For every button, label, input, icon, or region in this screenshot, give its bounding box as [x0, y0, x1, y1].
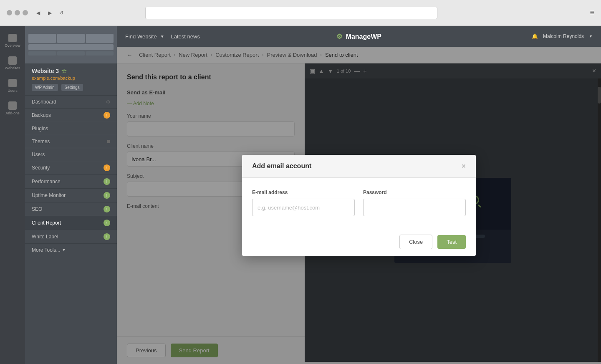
email-field[interactable]	[252, 199, 355, 216]
performance-label: Performance	[32, 179, 61, 185]
backups-label: Backups	[32, 112, 51, 118]
modal-form-row: E-mail address Password	[252, 190, 466, 216]
traffic-light-3	[23, 10, 28, 15]
user-chevron-icon: ▼	[589, 34, 593, 38]
thumb-block-3	[86, 34, 114, 43]
settings-badge[interactable]: Settings	[61, 84, 83, 91]
find-website-label: Find Website	[125, 33, 157, 40]
users-icon-label: Users	[8, 88, 18, 93]
more-tools[interactable]: More Tools... ▼	[25, 244, 117, 256]
managewp-logo: ⚙ ManageWP	[336, 33, 381, 40]
security-badge: !	[104, 164, 110, 171]
browser-nav: ◀ ▶ ↺	[33, 8, 66, 18]
addons-icon-label: Add-ons	[5, 111, 20, 115]
addons-icon	[8, 101, 17, 110]
websites-icon	[8, 56, 17, 65]
sidebar-item-white-label[interactable]: White Label !	[25, 230, 117, 244]
sidebar-item-performance[interactable]: Performance !	[25, 175, 117, 189]
thumb-block-2	[57, 34, 85, 43]
sidebar-item-users[interactable]: Users	[25, 148, 117, 161]
top-bar: Find Website ▼ Latest news ⚙ ManageWP 🔔 …	[117, 26, 601, 47]
modal-close-btn[interactable]: Close	[399, 235, 432, 249]
client-report-label: Client Report	[32, 220, 61, 226]
site-name: Website 3 ☆	[32, 68, 110, 74]
sidebar-item-plugins[interactable]: Plugins	[25, 122, 117, 135]
add-email-modal: Add email account × E-mail address Passw…	[242, 155, 476, 256]
overview-icon-label: Overview	[5, 43, 20, 48]
top-bar-right: 🔔 Malcolm Reynolds ▼	[532, 33, 593, 39]
browser-chrome: ◀ ▶ ↺ ≡	[0, 0, 601, 26]
sidebar-icon-websites[interactable]: Websites	[2, 53, 23, 73]
sidebar-item-themes[interactable]: Themes	[25, 135, 117, 148]
uptime-badge: !	[104, 192, 110, 199]
traffic-light-2	[15, 10, 20, 15]
white-label-label: White Label	[32, 234, 58, 240]
wp-admin-badge[interactable]: WP Admin	[32, 84, 58, 91]
more-tools-chevron: ▼	[62, 248, 66, 252]
thumb-block-7	[86, 51, 114, 56]
users-label: Users	[32, 152, 45, 157]
themes-label: Themes	[32, 139, 50, 144]
site-star-icon[interactable]: ☆	[61, 68, 67, 74]
site-url: example.com/backup	[32, 76, 110, 81]
sidebar-item-seo[interactable]: SEO !	[25, 202, 117, 216]
backups-badge: !	[104, 112, 110, 119]
site-badges: WP Admin Settings	[32, 84, 110, 91]
sidebar-icon-addons[interactable]: Add-ons	[2, 98, 23, 119]
sidebar-icon-users[interactable]: Users	[2, 75, 23, 96]
seo-badge: !	[104, 206, 110, 212]
sidebar-icon-overview[interactable]: Overview	[2, 30, 23, 51]
forward-button[interactable]: ▶	[45, 8, 55, 18]
main-content: ← Client Report › New Report › Customize…	[117, 47, 601, 364]
find-website[interactable]: Find Website ▼	[125, 33, 164, 40]
address-bar[interactable]	[145, 7, 437, 19]
traffic-light-1	[7, 10, 12, 15]
website-thumbnail	[25, 26, 117, 63]
plugins-label: Plugins	[32, 126, 48, 131]
sidebar-item-backups[interactable]: Backups !	[25, 109, 117, 122]
users-icon	[8, 79, 17, 87]
white-label-badge: !	[104, 233, 110, 240]
performance-badge: !	[104, 178, 110, 185]
sidebar-item-uptime[interactable]: Uptime Monitor !	[25, 189, 117, 202]
password-field[interactable]	[363, 199, 466, 216]
latest-news[interactable]: Latest news	[171, 33, 200, 40]
modal-body: E-mail address Password	[242, 178, 476, 228]
dashboard-icon: ⚙	[106, 99, 110, 105]
traffic-lights	[7, 10, 28, 15]
thumb-block-6	[57, 51, 85, 56]
modal-close-button[interactable]: ×	[461, 162, 466, 170]
browser-menu-button[interactable]: ≡	[590, 8, 594, 17]
sidebar-item-security[interactable]: Security !	[25, 161, 117, 175]
modal-header: Add email account ×	[242, 155, 476, 178]
password-field-label: Password	[363, 190, 466, 195]
password-field-group: Password	[363, 190, 466, 216]
site-info: Website 3 ☆ example.com/backup WP Admin …	[25, 63, 117, 96]
client-report-badge: !	[104, 220, 110, 226]
reload-button[interactable]: ↺	[56, 8, 66, 18]
icon-sidebar: Overview Websites Users Add-ons	[0, 26, 25, 364]
user-avatar[interactable]: Malcolm Reynolds	[543, 33, 584, 39]
sidebar-item-client-report[interactable]: Client Report !	[25, 216, 117, 230]
notification-icon[interactable]: 🔔	[532, 33, 538, 39]
sidebar-item-dashboard[interactable]: Dashboard ⚙	[25, 96, 117, 109]
left-sidebar: Website 3 ☆ example.com/backup WP Admin …	[25, 26, 117, 364]
modal-footer: Close Test	[242, 228, 476, 256]
back-button[interactable]: ◀	[33, 8, 43, 18]
overview-icon	[8, 34, 17, 42]
email-field-group: E-mail address	[252, 190, 355, 216]
modal-title: Add email account	[252, 162, 311, 170]
thumb-block-1	[28, 34, 56, 43]
logo-icon: ⚙	[336, 33, 342, 40]
security-label: Security	[32, 165, 50, 171]
app-container: Overview Websites Users Add-ons	[0, 26, 601, 364]
thumb-grid	[25, 30, 117, 59]
email-field-label: E-mail address	[252, 190, 355, 195]
themes-dot	[107, 140, 110, 143]
thumb-block-5	[28, 51, 56, 56]
modal-overlay: Add email account × E-mail address Passw…	[117, 47, 601, 364]
modal-test-btn[interactable]: Test	[437, 235, 466, 249]
find-chevron-icon: ▼	[160, 34, 164, 39]
seo-label: SEO	[32, 206, 42, 212]
dashboard-label: Dashboard	[32, 99, 56, 105]
